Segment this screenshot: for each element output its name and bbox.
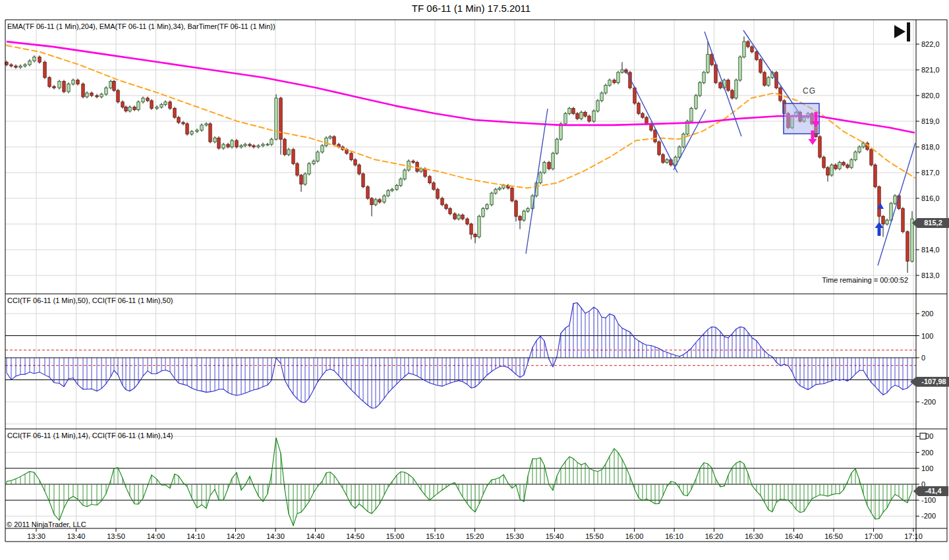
time-tick-label: 15:40 <box>546 532 564 540</box>
price-tick-label: 819,0 <box>921 117 940 125</box>
cci14-plot <box>7 437 912 526</box>
last-price-badge: 815,2 <box>912 218 949 228</box>
play-triangle-icon <box>894 25 906 38</box>
time-tick-label: 14:00 <box>147 532 165 540</box>
cci50-tick-label: 200 <box>921 310 933 318</box>
cci50-value-badge: -107,98 <box>910 377 949 387</box>
cci14-panel-label: CCI(TF 06-11 (1 Min),14), CCI(TF 06-11 (… <box>7 432 173 439</box>
time-tick-label: 13:50 <box>107 532 125 540</box>
time-tick-label: 16:20 <box>705 532 724 540</box>
cg-annotation: CG <box>803 86 816 96</box>
cci14-value-badge: -41,4 <box>913 486 948 496</box>
price-tick-label: 814,0 <box>921 246 940 254</box>
cci14-tick-label: -100 <box>921 496 936 504</box>
end-bar-icon <box>907 22 910 42</box>
indicator-level-lines <box>5 336 916 501</box>
chart-window: TF 06-11 (1 Min) 17.5.2011 822,0821,0820… <box>0 0 949 560</box>
time-tick-label: 16:00 <box>625 532 644 540</box>
cci50-tick-label: 100 <box>921 332 933 340</box>
price-tick-label: 820,0 <box>921 92 940 99</box>
trendlines <box>526 30 915 266</box>
time-tick-label: 17:00 <box>865 532 883 540</box>
time-tick-label: 14:20 <box>227 532 245 540</box>
bar-timer-text: Time remaining = 00:00:52 <box>822 276 908 284</box>
price-tick-label: 821,0 <box>921 66 940 74</box>
chart-canvas[interactable]: 822,0821,0820,0819,0818,0817,0816,0815,0… <box>0 0 949 560</box>
cci14-tick-label: 100 <box>921 464 933 472</box>
cci50-plot <box>7 303 912 408</box>
price-tick-label: 822,0 <box>921 40 940 48</box>
time-tick-label: 16:40 <box>785 532 803 540</box>
ema-lines <box>7 42 915 188</box>
copyright-text: © 2011 NinjaTrader, LLC <box>7 520 86 528</box>
price-panel-indicator-label: EMA(TF 06-11 (1 Min),204), EMA(TF 06-11 … <box>7 22 275 30</box>
time-tick-label: 15:30 <box>505 532 524 540</box>
price-tick-label: 816,0 <box>921 194 940 202</box>
time-tick-label: 14:30 <box>266 532 285 540</box>
go-to-last-bar-icon[interactable] <box>894 22 914 42</box>
time-tick-label: 15:50 <box>585 532 604 540</box>
cg-highlight-box <box>784 103 819 134</box>
cci14-tick-label: 200 <box>921 449 933 457</box>
time-tick-label: 16:30 <box>745 532 763 540</box>
time-tick-label: 16:10 <box>665 532 683 540</box>
price-tick-label: 818,0 <box>921 143 940 151</box>
time-tick-label: 15:10 <box>426 532 444 540</box>
time-tick-label: 17:10 <box>904 532 923 540</box>
time-tick-label: 15:00 <box>386 532 405 540</box>
time-tick-label: 16:50 <box>824 532 843 540</box>
time-tick-label: 14:40 <box>306 532 325 540</box>
cci50-tick-label: 0 <box>921 354 925 362</box>
time-tick-label: 14:10 <box>187 532 205 540</box>
cci14-scale-marker[interactable] <box>920 433 926 439</box>
time-tick-label: 14:50 <box>346 532 364 540</box>
cci14-tick-label: -200 <box>921 512 936 520</box>
candlesticks <box>5 36 913 273</box>
cci50-panel-label: CCI(TF 06-11 (1 Min),50), CCI(TF 06-11 (… <box>7 296 173 304</box>
time-tick-label: 13:30 <box>27 532 45 540</box>
cci50-tick-label: -200 <box>921 398 936 406</box>
price-tick-label: 817,0 <box>921 169 940 177</box>
time-tick-label: 13:40 <box>67 532 86 540</box>
time-tick-label: 15:20 <box>466 532 484 540</box>
price-tick-label: 813,0 <box>921 271 940 279</box>
